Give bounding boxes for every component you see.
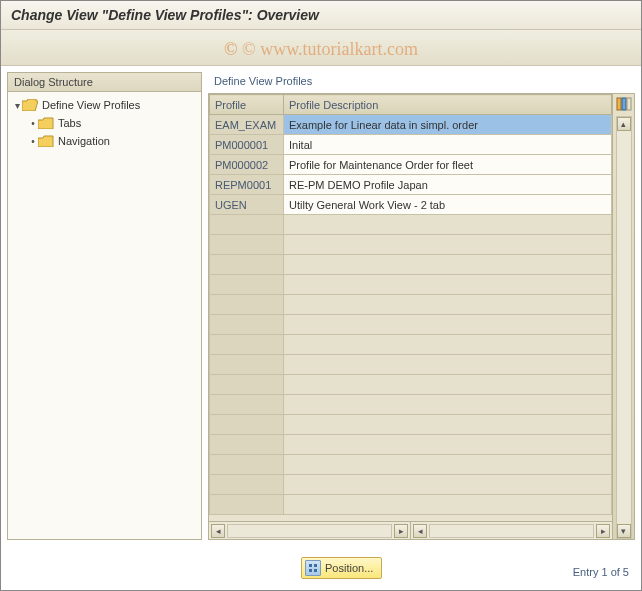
hscroll-left-icon[interactable]: ◂ <box>211 524 225 538</box>
svg-rect-6 <box>309 569 312 572</box>
table-row[interactable]: PM000001Inital <box>210 135 612 155</box>
description-cell[interactable] <box>284 415 612 435</box>
position-button-label: Position... <box>325 562 373 574</box>
description-cell[interactable] <box>284 475 612 495</box>
tree-node-label: Tabs <box>58 117 81 129</box>
profile-cell[interactable] <box>210 215 284 235</box>
description-cell[interactable] <box>284 235 612 255</box>
column-header-profile[interactable]: Profile <box>210 95 284 115</box>
table-row[interactable] <box>210 215 612 235</box>
content-area: Dialog Structure ▾ Define View Profiles … <box>1 66 641 546</box>
table-row[interactable] <box>210 235 612 255</box>
table-row[interactable]: UGENUtilty General Work View - 2 tab <box>210 195 612 215</box>
table-row[interactable] <box>210 495 612 515</box>
folder-closed-icon <box>38 135 54 147</box>
table-row[interactable] <box>210 355 612 375</box>
tree-collapse-icon[interactable]: ▾ <box>12 100 22 111</box>
grid-wrap: Profile Profile Description EAM_EXAMExam… <box>208 93 635 540</box>
description-cell[interactable] <box>284 355 612 375</box>
hscroll-track[interactable] <box>429 524 594 538</box>
tree-node-define-view-profiles[interactable]: ▾ Define View Profiles <box>10 96 199 114</box>
table-row[interactable] <box>210 335 612 355</box>
svg-rect-2 <box>627 98 631 110</box>
profile-cell[interactable] <box>210 395 284 415</box>
tree-node-label: Define View Profiles <box>42 99 140 111</box>
profiles-table: Profile Profile Description EAM_EXAMExam… <box>209 94 612 515</box>
profile-cell[interactable] <box>210 455 284 475</box>
description-cell[interactable]: Profile for Maintenance Order for fleet <box>284 155 612 175</box>
description-cell[interactable] <box>284 215 612 235</box>
vertical-scrollbar[interactable]: ▴ ▾ <box>616 116 632 539</box>
main-panel: Define View Profiles Profile Profile Des… <box>208 72 635 540</box>
dialog-structure-tree: ▾ Define View Profiles • Tabs • Navigati… <box>8 92 201 539</box>
grid-side-column: ▴ ▾ <box>612 94 634 539</box>
profile-cell[interactable] <box>210 275 284 295</box>
description-cell[interactable]: Inital <box>284 135 612 155</box>
description-cell[interactable] <box>284 335 612 355</box>
description-cell[interactable]: RE-PM DEMO Profile Japan <box>284 175 612 195</box>
profile-cell[interactable] <box>210 315 284 335</box>
table-header-row: Profile Profile Description <box>210 95 612 115</box>
hscroll-right-icon[interactable]: ▸ <box>596 524 610 538</box>
profile-cell[interactable] <box>210 495 284 515</box>
description-cell[interactable] <box>284 455 612 475</box>
table-row[interactable] <box>210 435 612 455</box>
tree-node-label: Navigation <box>58 135 110 147</box>
description-cell[interactable] <box>284 295 612 315</box>
table-row[interactable] <box>210 415 612 435</box>
table-row[interactable] <box>210 255 612 275</box>
profile-cell[interactable] <box>210 475 284 495</box>
svg-rect-1 <box>622 98 626 110</box>
folder-closed-icon <box>38 117 54 129</box>
profile-cell[interactable]: PM000002 <box>210 155 284 175</box>
tree-node-tabs[interactable]: • Tabs <box>10 114 199 132</box>
hscroll-track[interactable] <box>227 524 392 538</box>
description-cell[interactable] <box>284 375 612 395</box>
configure-columns-icon[interactable] <box>616 96 632 112</box>
window-title: Change View "Define View Profiles": Over… <box>1 1 641 30</box>
vscroll-up-icon[interactable]: ▴ <box>617 117 631 131</box>
panel-title: Define View Profiles <box>208 72 635 93</box>
table-row[interactable] <box>210 455 612 475</box>
description-cell[interactable] <box>284 395 612 415</box>
horizontal-scroll-area: ◂ ▸ ◂ ▸ <box>209 521 612 539</box>
description-cell[interactable]: Utilty General Work View - 2 tab <box>284 195 612 215</box>
svg-rect-7 <box>314 569 317 572</box>
profile-cell[interactable] <box>210 375 284 395</box>
table-row[interactable]: REPM0001RE-PM DEMO Profile Japan <box>210 175 612 195</box>
description-cell[interactable] <box>284 435 612 455</box>
description-cell[interactable] <box>284 315 612 335</box>
profile-cell[interactable] <box>210 235 284 255</box>
profile-cell[interactable] <box>210 295 284 315</box>
tree-node-navigation[interactable]: • Navigation <box>10 132 199 150</box>
table-row[interactable] <box>210 375 612 395</box>
svg-rect-0 <box>617 98 621 110</box>
hscroll-left-icon[interactable]: ◂ <box>413 524 427 538</box>
description-cell[interactable]: Example for Linear data in simpl. order <box>284 115 612 135</box>
description-cell[interactable] <box>284 275 612 295</box>
table-row[interactable] <box>210 275 612 295</box>
table-row[interactable] <box>210 315 612 335</box>
profile-cell[interactable] <box>210 335 284 355</box>
profile-cell[interactable] <box>210 255 284 275</box>
vscroll-down-icon[interactable]: ▾ <box>617 524 631 538</box>
profile-cell[interactable]: REPM0001 <box>210 175 284 195</box>
dialog-structure-header: Dialog Structure <box>8 73 201 92</box>
profile-cell[interactable] <box>210 415 284 435</box>
description-cell[interactable] <box>284 255 612 275</box>
description-cell[interactable] <box>284 495 612 515</box>
column-header-description[interactable]: Profile Description <box>284 95 612 115</box>
profile-cell[interactable] <box>210 355 284 375</box>
table-row[interactable]: EAM_EXAMExample for Linear data in simpl… <box>210 115 612 135</box>
table-row[interactable] <box>210 395 612 415</box>
position-button[interactable]: Position... <box>301 557 382 579</box>
entry-count-text: Entry 1 of 5 <box>573 566 629 578</box>
profile-cell[interactable] <box>210 435 284 455</box>
table-row[interactable]: PM000002Profile for Maintenance Order fo… <box>210 155 612 175</box>
profile-cell[interactable]: UGEN <box>210 195 284 215</box>
hscroll-right-icon[interactable]: ▸ <box>394 524 408 538</box>
table-row[interactable] <box>210 475 612 495</box>
profile-cell[interactable]: EAM_EXAM <box>210 115 284 135</box>
profile-cell[interactable]: PM000001 <box>210 135 284 155</box>
table-row[interactable] <box>210 295 612 315</box>
